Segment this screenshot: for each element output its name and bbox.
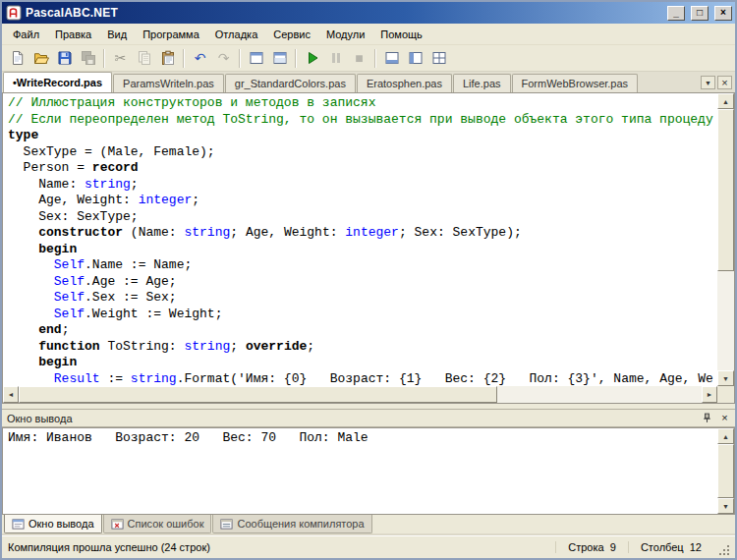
output-scroll-track[interactable] — [717, 444, 734, 498]
code-line-12[interactable]: Self.Age := Age; — [8, 274, 717, 291]
close-tab-icon[interactable]: × — [717, 76, 732, 89]
output-scroll-thumb[interactable] — [717, 444, 734, 498]
show-form-button[interactable] — [245, 47, 267, 69]
code-token: ; — [307, 339, 314, 354]
editor-tab-6[interactable]: FormWebBrowser.pas — [512, 74, 639, 92]
code-editor[interactable]: // Иллюстрация конструкторов и методов в… — [3, 93, 717, 386]
scroll-down-icon[interactable]: ▼ — [717, 370, 734, 386]
output-scroll-down-icon[interactable]: ▼ — [717, 498, 734, 514]
code-line-10[interactable]: begin — [8, 242, 717, 258]
new-file-button[interactable] — [6, 47, 28, 69]
app-icon — [6, 5, 22, 21]
output-panel: Имя: Иванов Возраст: 20 Вес: 70 Пол: Mal… — [2, 427, 735, 515]
code-token: string — [85, 177, 131, 192]
code-line-5[interactable]: Person = record — [8, 160, 717, 177]
bottom-tab-2[interactable]: Список ошибок — [103, 515, 212, 533]
redo-icon: ↷ — [216, 50, 232, 66]
show-code-button[interactable] — [268, 47, 291, 69]
open-file-button[interactable] — [29, 47, 52, 69]
code-line-15[interactable]: end; — [8, 322, 717, 339]
menu-item-1[interactable]: Файл — [5, 25, 47, 44]
cut-button: ✂ — [109, 47, 132, 69]
code-token: ; — [131, 177, 139, 192]
winb-icon — [384, 50, 400, 66]
code-line-17[interactable]: begin — [8, 355, 717, 371]
menu-item-5[interactable]: Отладка — [207, 25, 265, 44]
editor-tab-3[interactable]: gr_StandardColors.pas — [225, 74, 356, 92]
scroll-right-icon[interactable]: ► — [702, 386, 717, 403]
editor-vertical-scrollbar[interactable]: ▲ ▼ — [717, 93, 734, 386]
editor-tab-4[interactable]: Eratosphen.pas — [357, 74, 452, 92]
code-line-4[interactable]: SexType = (Male, Female); — [8, 144, 717, 161]
bottom-tab-1[interactable]: Окно вывода — [4, 515, 102, 533]
code-line-13[interactable]: Self.Sex := Sex; — [8, 290, 717, 307]
resize-grip-icon[interactable] — [717, 544, 731, 558]
scroll-up-icon[interactable]: ▲ — [717, 93, 734, 109]
statusbar: Компиляция прошла успешно (24 строк) Стр… — [2, 535, 735, 558]
toggle-modules-panel-button[interactable] — [427, 47, 450, 69]
compiler-messages-icon — [220, 518, 233, 531]
output-vertical-scrollbar[interactable]: ▲ ▼ — [717, 428, 734, 514]
scroll-left-icon[interactable]: ◄ — [3, 386, 19, 403]
vertical-scroll-track[interactable] — [717, 109, 734, 370]
editor-tab-2[interactable]: ParamsWriteln.pas — [113, 74, 224, 92]
code-token: ; Sex: SexType); — [399, 225, 522, 240]
code-token — [8, 355, 38, 369]
tab-menu-icon[interactable]: ▼ — [701, 76, 715, 89]
code-token: string — [184, 225, 230, 240]
close-button[interactable]: × — [714, 6, 732, 21]
copy-button — [133, 47, 155, 69]
close-output-icon[interactable]: × — [717, 412, 732, 425]
editor-tab-5[interactable]: Life.pas — [453, 74, 511, 92]
editor-tab-1[interactable]: •WriteRecord.pas — [3, 72, 112, 92]
horizontal-scroll-thumb[interactable] — [19, 386, 497, 403]
menu-item-3[interactable]: Вид — [99, 25, 135, 44]
horizontal-scroll-track[interactable] — [19, 386, 702, 403]
pin-icon[interactable] — [700, 412, 714, 425]
code-line-8[interactable]: Sex: SexType; — [8, 209, 717, 226]
save-file-button[interactable] — [53, 47, 76, 69]
undo-icon: ↶ — [193, 50, 208, 66]
code-token: // Если переопределен метод ToString, то… — [8, 112, 713, 127]
output-text[interactable]: Имя: Иванов Возраст: 20 Вес: 70 Пол: Mal… — [8, 430, 715, 514]
new-icon — [10, 50, 26, 66]
code-line-1[interactable]: // Иллюстрация конструкторов и методов в… — [8, 95, 717, 112]
menu-item-4[interactable]: Программа — [135, 25, 207, 44]
paste-button[interactable] — [156, 47, 179, 69]
menu-item-6[interactable]: Сервис — [265, 25, 318, 44]
vertical-scroll-thumb[interactable] — [717, 109, 734, 271]
code-line-14[interactable]: Self.Weight := Weight; — [8, 307, 717, 323]
code-line-6[interactable]: Name: string; — [8, 177, 717, 194]
menu-item-8[interactable]: Помощь — [372, 25, 430, 44]
code-token: (Name: — [123, 225, 184, 240]
code-line-18[interactable]: Result := string.Format('Имя: {0} Возрас… — [8, 371, 717, 387]
minimize-button[interactable]: _ — [667, 6, 685, 21]
menu-item-2[interactable]: Правка — [47, 25, 99, 44]
toggle-output-panel-button[interactable] — [380, 47, 403, 69]
code-token: := — [100, 371, 131, 386]
run-button[interactable] — [301, 47, 323, 69]
bottom-tab-3[interactable]: Сообщения компилятора — [212, 515, 371, 533]
menu-item-7[interactable]: Модули — [318, 25, 372, 44]
code-token: ; — [230, 339, 246, 354]
code-token — [8, 307, 54, 321]
code-line-7[interactable]: Age, Weight: integer; — [8, 193, 717, 209]
code-line-9[interactable]: constructor (Name: string; Age, Weight: … — [8, 225, 717, 242]
code-token — [8, 290, 54, 305]
titlebar[interactable]: PascalABC.NET _ □ × — [2, 2, 735, 24]
undo-button[interactable]: ↶ — [189, 47, 211, 69]
editor-horizontal-scrollbar[interactable]: ◄ ► — [3, 386, 717, 403]
code-line-11[interactable]: Self.Name := Name; — [8, 257, 717, 274]
code-token: function — [38, 339, 99, 354]
code-line-3[interactable]: type — [8, 128, 717, 144]
code-token: integer — [345, 225, 399, 240]
code-line-2[interactable]: // Если переопределен метод ToString, то… — [8, 112, 717, 129]
code-line-16[interactable]: function ToString: string; override; — [8, 339, 717, 356]
toggle-side-panel-button[interactable] — [404, 47, 426, 69]
output-scroll-up-icon[interactable]: ▲ — [717, 428, 734, 444]
maximize-button[interactable]: □ — [691, 6, 709, 21]
code-token: override — [246, 339, 307, 354]
save-icon — [57, 50, 73, 66]
code-token: ; — [192, 193, 199, 207]
code-token: end — [38, 322, 61, 337]
